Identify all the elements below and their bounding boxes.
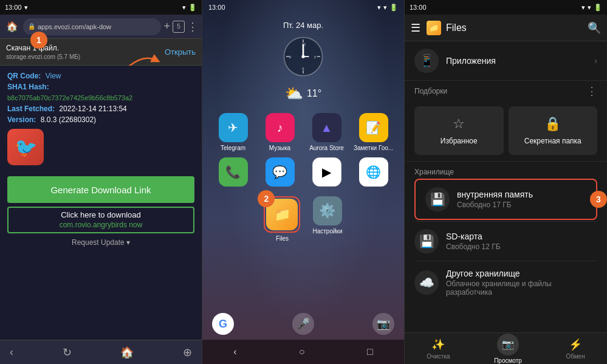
browser-home-nav[interactable]: 🏠 <box>120 346 134 359</box>
home-button[interactable]: 🏠 <box>4 18 21 35</box>
collections-section: ☆ Избранное 🔒 Секретная папка <box>405 100 607 162</box>
click-download-button[interactable]: Click here to download com.rovio.angrybi… <box>7 207 194 233</box>
sd-card-free: Свободно 12 ГБ <box>446 242 597 251</box>
svg-text:9: 9 <box>289 55 291 59</box>
app-files[interactable]: 2 📁 Files <box>264 196 300 242</box>
app-chrome[interactable]: 🌐 <box>352 157 394 189</box>
url-text: apps.evozi.com/apk-dow <box>38 23 111 30</box>
click-download-line1: Click here to download <box>61 210 141 221</box>
notes-icon: 📝 <box>359 113 388 142</box>
telegram-icon: ✈ <box>219 113 248 142</box>
wifi-icon: ▾ <box>182 4 186 12</box>
app-phone[interactable]: 📞 <box>212 157 254 189</box>
mic-button[interactable]: 🎤 <box>292 313 314 335</box>
files-content: 📱 Приложения › Подборки ⋮ ☆ Избранное 🔒 … <box>405 41 607 332</box>
files-menu-icon[interactable]: ☰ <box>411 21 420 35</box>
home-bottom-bar: G 🎤 📷 <box>202 308 404 340</box>
favorites-card[interactable]: ☆ Избранное <box>414 106 504 155</box>
panel-browser: 13:00 ▾ ▾ 🔋 🏠 🔒 apps.evozi.com/apk-dow +… <box>0 0 202 364</box>
clock-widget: 12 3 6 9 <box>202 35 404 78</box>
refresh-button[interactable]: ↻ <box>63 346 72 359</box>
home-circle-btn[interactable]: ○ <box>299 346 305 357</box>
notes-label: Заметки Гоо... <box>354 145 393 151</box>
internal-storage-wrapper: 💾 внутренняя память Свободно 17 ГБ 3 <box>410 179 602 220</box>
qr-code-value[interactable]: View <box>46 72 61 80</box>
internal-storage-name: внутренняя память <box>457 190 586 199</box>
sd-card-item[interactable]: 💾 SD-карта Свободно 12 ГБ <box>405 222 607 261</box>
aurora-icon: ▲ <box>312 113 341 142</box>
internal-storage-icon: 💾 <box>425 187 450 211</box>
svg-text:3: 3 <box>314 55 317 59</box>
svg-text:6: 6 <box>302 66 304 70</box>
app-aurora[interactable]: ▲ Aurora Store <box>306 113 348 151</box>
apps-chevron: › <box>594 56 597 66</box>
sha1-row: SHA1 Hash: <box>7 83 194 91</box>
files-search-icon[interactable]: 🔍 <box>588 21 601 35</box>
homescreen-content: 13:00 ▾ ▾ 🔋 Пт. 24 мар. 12 3 <box>202 0 404 364</box>
home-square-btn[interactable]: □ <box>367 346 373 357</box>
other-storage-item[interactable]: ☁️ Другое хранилище Облачное хранилище и… <box>405 261 607 304</box>
browser-bottom-nav: ‹ ↻ 🏠 ⊕ <box>0 340 202 364</box>
telegram-label: Telegram <box>221 145 245 151</box>
app-messages[interactable]: 💬 <box>259 157 301 189</box>
files-wifi-icon: ▾ <box>588 4 591 12</box>
secret-folder-card[interactable]: 🔒 Секретная папка <box>509 106 598 155</box>
app-settings[interactable]: ⚙️ Настройки <box>312 196 342 242</box>
app-telegram[interactable]: ✈ Telegram <box>212 113 254 151</box>
status-time-1: 13:00 <box>5 4 22 11</box>
browse-tab[interactable]: 📷 Просмотр <box>494 334 522 364</box>
panel-homescreen: 13:00 ▾ ▾ 🔋 Пт. 24 мар. 12 3 <box>202 0 405 364</box>
browse-label: Просмотр <box>494 357 522 364</box>
internal-storage-item[interactable]: 💾 внутренняя память Свободно 17 ГБ <box>414 179 597 220</box>
app-grid-2: 📞 💬 ▶ 🌐 <box>202 157 404 189</box>
collections-title: Подборки <box>414 87 447 95</box>
weather-temp: 11° <box>307 88 321 99</box>
apps-item-name: Приложения <box>446 56 587 66</box>
svg-point-11 <box>301 55 304 58</box>
signal-icon: ▾ <box>24 4 28 12</box>
tab-count[interactable]: 5 <box>173 21 185 33</box>
internal-storage-text: внутренняя память Свободно 17 ГБ <box>457 190 586 209</box>
files-label: Files <box>276 235 289 242</box>
app-notes[interactable]: 📝 Заметки Гоо... <box>352 113 394 151</box>
files-apps-item[interactable]: 📱 Приложения › <box>405 41 607 81</box>
other-storage-icon: ☁️ <box>414 270 439 295</box>
share-tab[interactable]: ⚡ Обмен <box>566 338 585 360</box>
home-date: Пт. 24 мар. <box>202 21 404 30</box>
play-icon: ▶ <box>312 157 341 187</box>
browser-menu-icon[interactable]: ⋮ <box>187 20 198 33</box>
favorites-icon: ☆ <box>453 116 465 132</box>
app-icon-row: 🐦 <box>7 129 194 165</box>
collections-header: Подборки ⋮ <box>405 81 607 100</box>
files-battery-icon: 🔋 <box>594 4 602 12</box>
back-button[interactable]: ‹ <box>10 346 13 359</box>
home-wifi-icon: ▾ <box>383 4 387 12</box>
lock-icon: 🔒 <box>28 23 35 30</box>
address-bar[interactable]: 🔒 apps.evozi.com/apk-dow <box>23 18 161 35</box>
open-download-button[interactable]: Открыть <box>165 47 196 57</box>
generate-download-button[interactable]: Generate Download Link <box>7 176 194 203</box>
collections-dots-icon[interactable]: ⋮ <box>586 84 597 98</box>
browse-icon: 📷 <box>502 338 514 350</box>
bookmark-button[interactable]: ⊕ <box>183 346 192 359</box>
sha1-label: SHA1 Hash: <box>7 83 49 91</box>
home-back-btn[interactable]: ‹ <box>233 346 236 357</box>
files-bottom-nav: ✨ Очистка 📷 Просмотр ⚡ Обмен <box>405 332 607 364</box>
download-source: storage.evozi.com (5.7 МБ) <box>6 53 80 60</box>
files-app-icon-small: 📁 <box>427 21 441 35</box>
clean-tab[interactable]: ✨ Очистка <box>427 338 450 360</box>
secret-folder-label: Секретная папка <box>524 137 581 145</box>
app-play[interactable]: ▶ <box>306 157 348 189</box>
weather-icon: ⛅ <box>285 85 303 102</box>
google-button[interactable]: G <box>212 313 234 335</box>
messages-icon: 💬 <box>266 157 295 187</box>
other-storage-text: Другое хранилище Облачное хранилище и фа… <box>446 269 597 297</box>
app-music[interactable]: ♪ Музыка <box>259 113 301 151</box>
browse-icon-circle: 📷 <box>497 334 519 355</box>
camera-button[interactable]: 📷 <box>372 313 394 335</box>
last-fetched-value: 2022-12-14 21:13:54 <box>59 105 126 113</box>
share-icon: ⚡ <box>569 338 582 351</box>
add-tab-icon[interactable]: + <box>163 20 170 33</box>
phone-icon: 📞 <box>219 157 248 187</box>
request-update-btn[interactable]: Request Update ▾ <box>7 238 194 247</box>
